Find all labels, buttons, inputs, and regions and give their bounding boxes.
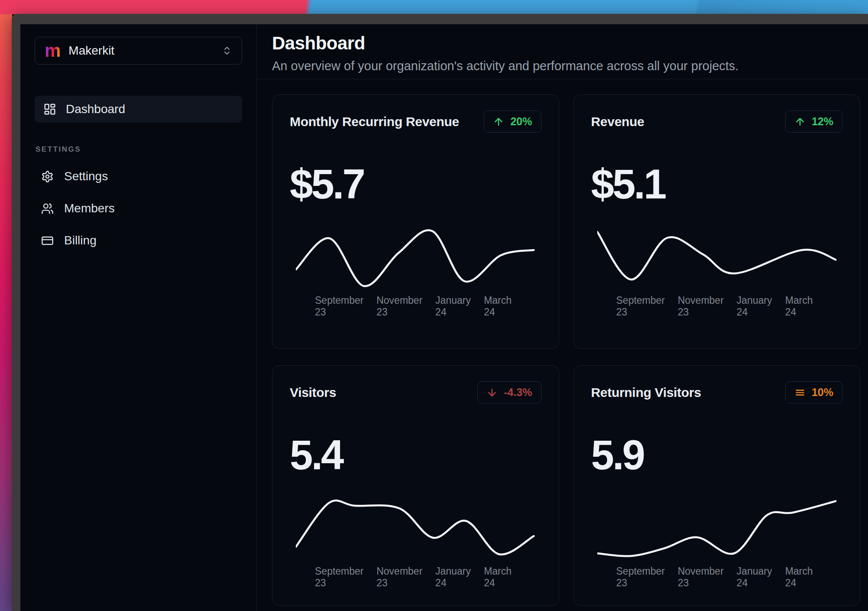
settings-nav: Settings Members Billing <box>20 169 256 247</box>
metric-value: $5.1 <box>591 160 843 208</box>
trend-badge: 20% <box>484 110 541 133</box>
trend-badge: -4.3% <box>477 381 541 403</box>
trend-badge: 10% <box>785 381 842 403</box>
trend-value: 12% <box>812 115 833 128</box>
workspace-name: Makerkit <box>68 44 214 58</box>
sidebar-item-label: Dashboard <box>66 102 125 116</box>
menu-icon <box>794 387 806 398</box>
chart-container <box>591 497 843 562</box>
x-tick: March 24 <box>785 295 826 318</box>
line-chart <box>597 497 837 562</box>
x-tick: September 23 <box>616 295 678 318</box>
sidebar-item-label: Billing <box>64 234 97 247</box>
workspace-selector[interactable]: m Makerkit <box>35 37 242 65</box>
x-tick: March 24 <box>484 566 525 589</box>
x-tick: January 24 <box>737 566 785 589</box>
x-tick: January 24 <box>435 566 484 589</box>
x-tick: March 24 <box>484 295 525 318</box>
makerkit-logo: m <box>45 43 61 58</box>
metric-value: $5.7 <box>290 160 541 208</box>
x-tick: September 23 <box>315 295 376 318</box>
wallpaper-top-strip <box>0 0 868 14</box>
credit-card-icon <box>41 234 54 247</box>
window-titlebar[interactable] <box>12 14 868 24</box>
x-axis-labels: September 23 November 23 January 24 Marc… <box>591 566 843 589</box>
card-revenue: Revenue 12% $5.1 September 23 <box>573 94 861 349</box>
card-returning-visitors: Returning Visitors 10% 5.9 September <box>573 365 861 606</box>
x-tick: September 23 <box>616 566 678 589</box>
x-tick: November 23 <box>678 295 737 318</box>
users-icon <box>41 202 54 215</box>
dashboard-icon <box>43 103 56 116</box>
sidebar-item-settings[interactable]: Settings <box>41 169 256 183</box>
card-title: Returning Visitors <box>591 385 701 400</box>
metric-value: 5.4 <box>290 431 541 479</box>
sidebar: m Makerkit Dashboard SETTINGS Settings M… <box>20 24 257 611</box>
card-monthly-recurring-revenue: Monthly Recurring Revenue 20% $5.7 S <box>272 94 559 349</box>
x-tick: November 23 <box>678 566 737 589</box>
cards-grid: Monthly Recurring Revenue 20% $5.7 S <box>257 79 868 606</box>
x-tick: January 24 <box>737 295 785 318</box>
line-chart <box>296 497 535 562</box>
card-visitors: Visitors -4.3% 5.4 September 23 <box>272 365 559 606</box>
page-title: Dashboard <box>272 33 853 54</box>
sidebar-item-label: Settings <box>64 169 108 183</box>
arrow-up-icon <box>493 116 504 127</box>
page-header: Dashboard An overview of your organizati… <box>257 24 868 79</box>
x-tick: January 24 <box>435 295 484 318</box>
card-title: Visitors <box>290 385 336 400</box>
x-tick: March 24 <box>785 566 826 589</box>
sidebar-item-members[interactable]: Members <box>41 202 256 215</box>
chart-container <box>591 226 843 291</box>
chevrons-up-down-icon <box>222 46 232 56</box>
gear-icon <box>41 170 54 183</box>
page-subtitle: An overview of your organization's activ… <box>272 59 853 73</box>
trend-badge: 12% <box>785 110 842 133</box>
x-axis-labels: September 23 November 23 January 24 Marc… <box>290 295 541 318</box>
app-frame: m Makerkit Dashboard SETTINGS Settings M… <box>20 24 868 611</box>
chart-container <box>290 497 541 562</box>
x-axis-labels: September 23 November 23 January 24 Marc… <box>591 295 843 318</box>
trend-value: -4.3% <box>504 386 532 399</box>
line-chart <box>597 226 837 291</box>
main-area: Dashboard An overview of your organizati… <box>257 24 868 611</box>
trend-value: 20% <box>510 115 532 128</box>
app-window: m Makerkit Dashboard SETTINGS Settings M… <box>12 14 868 611</box>
sidebar-item-billing[interactable]: Billing <box>41 234 256 247</box>
wallpaper-left-strip <box>0 0 12 611</box>
x-axis-labels: September 23 November 23 January 24 Marc… <box>290 566 541 589</box>
sidebar-item-dashboard[interactable]: Dashboard <box>35 96 242 123</box>
trend-value: 10% <box>812 386 833 399</box>
card-title: Monthly Recurring Revenue <box>290 114 459 129</box>
x-tick: November 23 <box>376 295 435 318</box>
arrow-down-icon <box>486 387 498 398</box>
sidebar-item-label: Members <box>64 202 115 215</box>
metric-value: 5.9 <box>591 431 843 479</box>
line-chart <box>296 226 535 291</box>
chart-container <box>290 226 541 291</box>
settings-section-label: SETTINGS <box>36 145 256 154</box>
card-title: Revenue <box>591 114 645 129</box>
x-tick: September 23 <box>315 566 376 589</box>
x-tick: November 23 <box>376 566 435 589</box>
arrow-up-icon <box>794 116 806 127</box>
